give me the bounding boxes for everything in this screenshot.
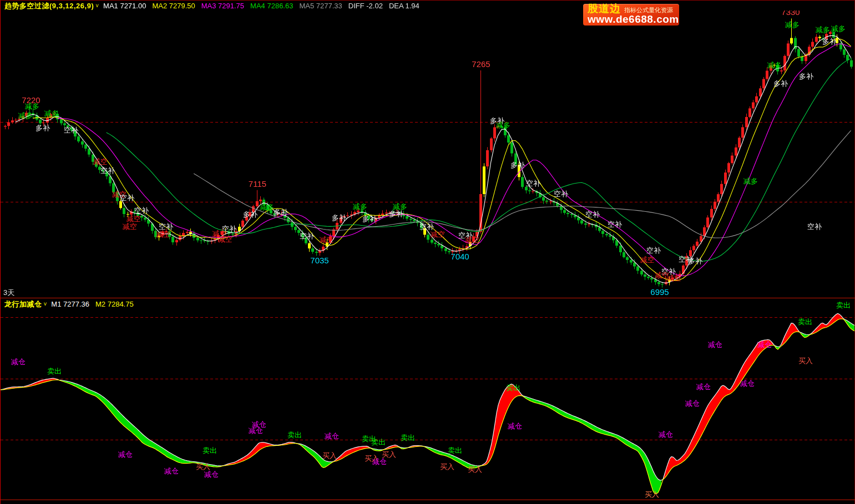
indicator-value-ma4: MA4 7286.63 bbox=[250, 2, 293, 10]
main-indicator-header: 趋势多空过滤(9,3,12,26,9) ˅ MA1 7271.00MA2 727… bbox=[1, 1, 426, 11]
watermark-tagline: 指标公式量化资源 bbox=[624, 7, 673, 13]
main-indicator-values: MA1 7271.00MA2 7279.50MA3 7291.75MA4 728… bbox=[103, 2, 426, 10]
sub-indicator-values: M1 7277.36M2 7284.75 bbox=[51, 300, 139, 308]
indicator-value-dea: DEA 1.94 bbox=[389, 2, 419, 10]
indicator-value-m2: M2 7284.75 bbox=[95, 300, 134, 308]
main-price-chart[interactable] bbox=[1, 11, 855, 298]
indicator-value-ma5: MA5 7277.33 bbox=[299, 2, 342, 10]
sub-indicator-name[interactable]: 龙行加减仓 bbox=[4, 299, 42, 309]
sell-signal-corner-label: 卖出 bbox=[836, 301, 851, 310]
period-label[interactable]: 3天 bbox=[3, 288, 14, 298]
indicator-value-diff: DIFF -2.02 bbox=[348, 2, 383, 10]
panel-divider bbox=[1, 298, 855, 298]
watermark-badge: 股道边 指标公式量化资源 www.de6688.com bbox=[583, 4, 679, 26]
main-indicator-name[interactable]: 趋势多空过滤(9,3,12,26,9) bbox=[4, 1, 94, 11]
sub-indicator-header: 龙行加减仓 ˅ M1 7277.36M2 7284.75 bbox=[1, 299, 140, 309]
chevron-down-icon[interactable]: ˅ bbox=[95, 3, 99, 9]
chevron-down-icon[interactable]: ˅ bbox=[44, 301, 47, 307]
watermark-url: www.de6688.com bbox=[588, 14, 675, 26]
indicator-value-ma2: MA2 7279.50 bbox=[152, 2, 195, 10]
watermark-brand: 股道边 bbox=[588, 3, 621, 14]
indicator-value-m1: M1 7277.36 bbox=[51, 300, 89, 308]
watermark-row: 股道边 指标公式量化资源 bbox=[588, 3, 675, 14]
position-indicator-chart[interactable] bbox=[1, 310, 855, 500]
indicator-value-ma3: MA3 7291.75 bbox=[201, 2, 244, 10]
bottom-border bbox=[1, 500, 855, 500]
trading-chart-window: 趋势多空过滤(9,3,12,26,9) ˅ MA1 7271.00MA2 727… bbox=[0, 0, 855, 504]
indicator-value-ma1: MA1 7271.00 bbox=[103, 2, 146, 10]
